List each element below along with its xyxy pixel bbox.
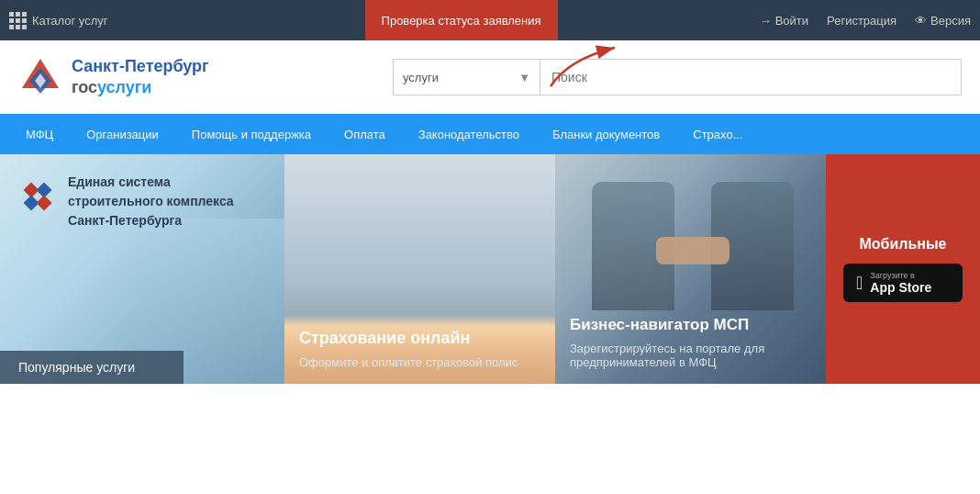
banner3-overlay: Бизнес-навигатор МСП Зарегистрируйтесь н… [555,301,826,384]
banner-construction[interactable]: Единая система строительного комплекса С… [0,154,284,384]
banner2-overlay: Страхование онлайн Оформите и оплатите с… [284,314,555,384]
services-text: госуслуги [72,77,209,98]
appstore-btn-text: Загрузите в App Store [870,271,931,295]
site-header: Санкт-Петербург госуслуги услуги ▼ [0,40,980,114]
banner1-text: Единая система строительного комплекса С… [68,173,266,230]
svg-rect-7 [37,196,52,211]
top-navigation: Каталог услуг Проверка статуса заявления… [0,0,980,40]
appstore-big-text: App Store [870,280,931,295]
catalog-label: Каталог услуг [32,14,108,28]
grid-icon [9,12,27,29]
nav-item-mfc[interactable]: МФЦ [9,114,70,154]
chevron-down-icon: ▼ [518,71,530,84]
nav-item-documents[interactable]: Бланки документов [536,114,676,154]
banner3-title: Бизнес-навигатор МСП [570,316,811,334]
banner-business[interactable]: Бизнес-навигатор МСП Зарегистрируйтесь н… [555,154,826,384]
login-icon: → [760,14,772,28]
banner3-desc: Зарегистрируйтесь на портале для предпри… [570,342,811,369]
main-navigation: МФЦ Организации Помощь и поддержка Оплат… [0,114,980,154]
city-name: Санкт-Петербург [72,56,209,77]
nav-item-insurance[interactable]: Страхо... [676,114,759,154]
banner4-title: Мобильные [859,236,946,253]
search-category-dropdown[interactable]: услуги ▼ [393,59,540,95]
logo-area[interactable]: Санкт-Петербург госуслуги [18,55,209,99]
check-status-button[interactable]: Проверка статуса заявления [365,0,558,40]
register-button[interactable]: Регистрация [827,14,896,28]
logo-text: Санкт-Петербург госуслуги [72,56,209,99]
search-area: услуги ▼ [393,59,962,95]
banner2-title: Страхование онлайн [299,329,540,348]
gos-text: гос [72,78,97,96]
nav-item-help[interactable]: Помощь и поддержка [175,114,328,154]
banner-mobile-app: Мобильные  Загрузите в App Store [826,154,980,384]
banner2-desc: Оформите и оплатите страховой полис [299,355,540,369]
construction-icon [18,177,57,219]
nav-item-payment[interactable]: Оплата [328,114,402,154]
search-input[interactable] [540,59,962,95]
login-button[interactable]: → Войти [760,14,808,28]
logo-icon [18,55,62,99]
banner-area: Единая система строительного комплекса С… [0,154,980,384]
nav-item-organizations[interactable]: Организации [70,114,175,154]
banner-insurance[interactable]: Страхование онлайн Оформите и оплатите с… [284,154,555,384]
uslugi-text: услуги [97,78,151,96]
eye-icon: 👁 [915,14,927,28]
popular-services-bar[interactable]: Популярные услуги [0,351,184,384]
version-button[interactable]: 👁 Версия [915,14,971,28]
appstore-button[interactable]:  Загрузите в App Store [843,264,963,302]
nav-item-law[interactable]: Законодательство [402,114,536,154]
catalog-menu-button[interactable]: Каталог услуг [9,12,108,29]
top-nav-right-actions: → Войти Регистрация 👁 Версия [760,14,971,28]
appstore-small-text: Загрузите в [870,271,931,280]
apple-icon:  [856,273,863,294]
